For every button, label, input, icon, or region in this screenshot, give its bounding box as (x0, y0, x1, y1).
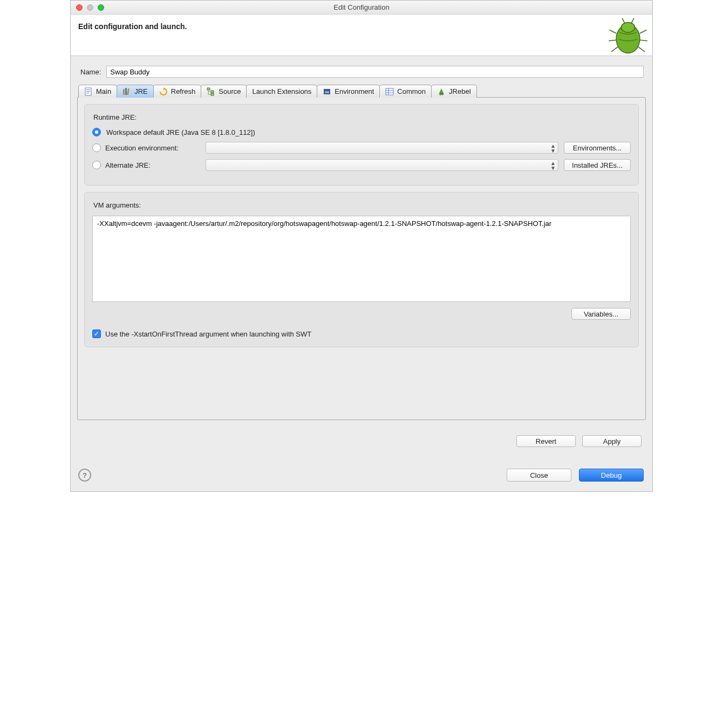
banner-heading: Edit configuration and launch. (78, 22, 644, 31)
svg-rect-15 (125, 88, 127, 95)
radio-execution-environment-label: Execution environment: (105, 144, 179, 152)
tab-label: Source (219, 87, 241, 95)
radio-workspace-default-label: Workspace default JRE (Java SE 8 [1.8.0_… (106, 128, 255, 136)
svg-rect-19 (211, 91, 214, 93)
installed-jres-button[interactable]: Installed JREs... (564, 159, 631, 171)
svg-rect-12 (86, 91, 90, 92)
svg-rect-18 (207, 88, 210, 90)
svg-line-3 (631, 18, 634, 23)
jre-option-alternate-row: Alternate JRE: ▲▼ Installed JREs... (92, 159, 631, 171)
name-input[interactable] (106, 66, 644, 78)
tab-jre[interactable]: JRE (117, 85, 154, 98)
tab-common[interactable]: Common (379, 85, 432, 98)
tab-launch-extensions[interactable]: Launch Extensions (246, 85, 317, 98)
vm-arguments-title: VM arguments: (93, 201, 631, 209)
radio-alternate-jre-label: Alternate JRE: (105, 161, 151, 169)
svg-line-6 (611, 47, 618, 52)
library-icon (122, 87, 131, 96)
tab-label: Environment (335, 87, 374, 95)
svg-rect-14 (123, 89, 125, 95)
tab-label: JRebel (449, 87, 470, 95)
name-row: Name: (77, 63, 646, 84)
document-icon (84, 87, 93, 96)
tabbar: Main JRE Refresh Source L (78, 84, 646, 97)
tab-source[interactable]: Source (201, 85, 247, 98)
svg-rect-20 (211, 93, 214, 95)
tab-label: Launch Extensions (252, 87, 311, 95)
jrebel-icon: JR (437, 87, 446, 96)
banner: Edit configuration and launch. (71, 15, 652, 56)
help-icon[interactable]: ? (78, 469, 91, 482)
tab-label: Refresh (171, 87, 196, 95)
tab-environment[interactable]: Environment (317, 85, 380, 98)
jre-option-execenv-row: Execution environment: ▲▼ Environments..… (92, 142, 631, 154)
svg-line-4 (610, 30, 616, 33)
tab-refresh[interactable]: Refresh (153, 85, 202, 98)
vm-arguments-group: VM arguments: Variables... ✓ Use the -Xs… (84, 192, 639, 347)
runtime-jre-group: Runtime JRE: Workspace default JRE (Java… (84, 104, 639, 186)
svg-line-5 (609, 40, 616, 41)
vm-arguments-textarea[interactable] (92, 216, 631, 302)
svg-point-1 (622, 22, 635, 32)
table-icon (385, 87, 394, 96)
svg-rect-16 (127, 88, 129, 94)
name-label: Name: (80, 68, 101, 76)
tab-panel-jre: Runtime JRE: Workspace default JRE (Java… (77, 97, 646, 420)
alternate-jre-combo[interactable]: ▲▼ (206, 159, 558, 171)
svg-rect-23 (386, 88, 393, 95)
panel-action-row: Revert Apply (77, 420, 646, 452)
svg-rect-13 (86, 93, 89, 93)
checkbox-xstart-on-first-thread[interactable]: ✓ (92, 329, 101, 338)
execution-environment-combo[interactable]: ▲▼ (206, 142, 558, 154)
window-title: Edit Configuration (71, 3, 652, 11)
svg-line-9 (638, 47, 645, 52)
svg-line-2 (622, 18, 625, 23)
tree-icon (207, 87, 215, 96)
dialog-footer: ? Close Debug (71, 462, 652, 491)
svg-text:JR: JR (439, 93, 444, 96)
environments-button[interactable]: Environments... (564, 142, 631, 154)
jre-option-workspace-row: Workspace default JRE (Java SE 8 [1.8.0_… (92, 128, 631, 136)
svg-line-8 (640, 40, 647, 41)
svg-rect-11 (86, 90, 90, 90)
debug-button[interactable]: Debug (579, 469, 644, 482)
tab-main[interactable]: Main (78, 85, 117, 98)
bug-icon (607, 16, 649, 58)
titlebar: Edit Configuration (71, 1, 652, 15)
tab-label: Main (96, 87, 111, 95)
svg-marker-17 (163, 87, 165, 91)
close-button[interactable]: Close (507, 469, 571, 482)
revert-button[interactable]: Revert (516, 435, 576, 447)
tab-label: JRE (134, 87, 148, 95)
tab-label: Common (397, 87, 426, 95)
dialog-content: Name: Main JRE Refresh (71, 56, 652, 462)
refresh-icon (159, 87, 168, 96)
tab-jrebel[interactable]: JR JRebel (431, 85, 476, 98)
environment-icon (323, 87, 331, 96)
variables-button[interactable]: Variables... (571, 308, 631, 320)
runtime-jre-title: Runtime JRE: (93, 113, 631, 121)
radio-execution-environment[interactable] (92, 143, 101, 152)
apply-button[interactable]: Apply (582, 435, 642, 447)
svg-rect-22 (325, 91, 329, 93)
chevron-updown-icon: ▲▼ (550, 161, 556, 170)
radio-alternate-jre[interactable] (92, 161, 101, 169)
edit-configuration-window: Edit Configuration Edit configuration an… (70, 0, 653, 492)
svg-line-7 (640, 30, 646, 33)
chevron-updown-icon: ▲▼ (550, 143, 556, 153)
checkbox-xstart-label: Use the -XstartOnFirstThread argument wh… (105, 330, 311, 338)
swt-checkbox-row: ✓ Use the -XstartOnFirstThread argument … (92, 329, 631, 338)
radio-workspace-default[interactable] (92, 128, 101, 136)
